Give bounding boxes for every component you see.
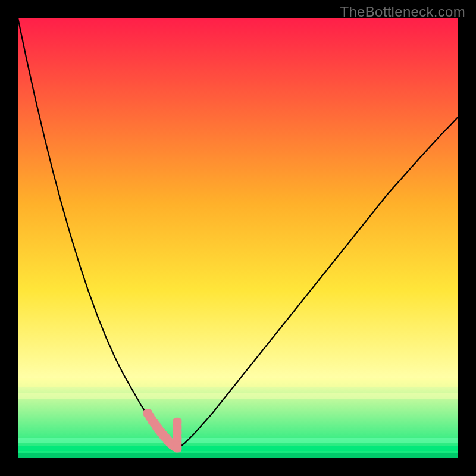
valley-marker [173,418,181,426]
chart-frame: TheBottleneck.com [0,0,476,476]
gradient-background [18,18,458,458]
bottleneck-curve-chart [18,18,458,458]
watermark-text: TheBottleneck.com [340,4,465,20]
band-green-2 [18,446,458,451]
band-green-1 [18,438,458,443]
band-pale-2 [18,393,458,399]
band-green-3 [18,453,458,458]
band-pale-1 [18,378,458,387]
plot-area [18,18,458,458]
